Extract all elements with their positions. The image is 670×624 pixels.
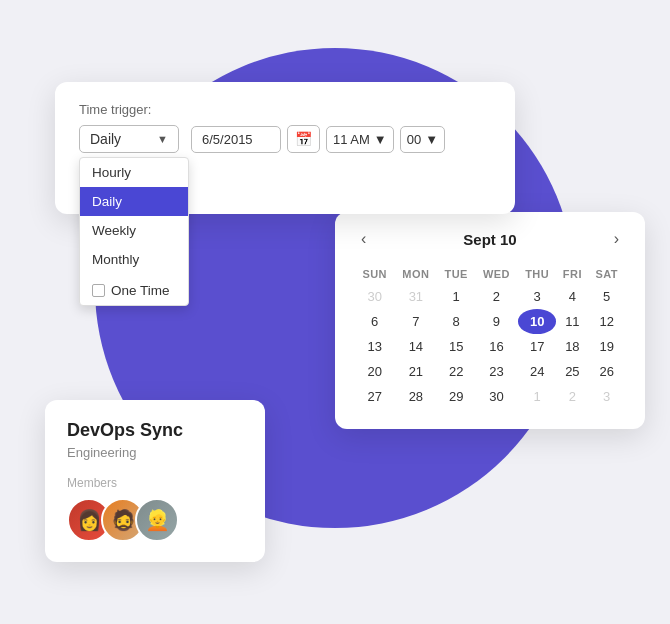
avatar-3: 👱 — [135, 498, 179, 542]
calendar-day[interactable]: 29 — [437, 384, 475, 409]
trigger-dropdown-menu: Hourly Daily Weekly Monthly One Time — [79, 157, 189, 306]
calendar-day[interactable]: 24 — [518, 359, 557, 384]
time-minute-arrow: ▼ — [425, 132, 438, 147]
scene: Time trigger: Daily ▼ Hourly Daily Weekl… — [25, 22, 645, 602]
calendar-day[interactable]: 30 — [355, 284, 394, 309]
calendar-day[interactable]: 14 — [394, 334, 437, 359]
calendar-day[interactable]: 23 — [475, 359, 518, 384]
date-input[interactable] — [191, 126, 281, 153]
trigger-select[interactable]: Daily ▼ — [79, 125, 179, 153]
calendar-next-button[interactable]: › — [608, 228, 625, 250]
calendar-day[interactable]: 25 — [556, 359, 588, 384]
calendar-day[interactable]: 30 — [475, 384, 518, 409]
time-minute-select[interactable]: 00 ▼ — [400, 126, 445, 153]
trigger-select-value: Daily — [90, 131, 121, 147]
calendar-day[interactable]: 6 — [355, 309, 394, 334]
calendar-day[interactable]: 22 — [437, 359, 475, 384]
time-hour-value: 11 AM — [333, 132, 370, 147]
calendar-day[interactable]: 11 — [556, 309, 588, 334]
calendar-day[interactable]: 12 — [588, 309, 625, 334]
calendar-header: ‹ Sept 10 › — [355, 228, 625, 250]
calendar-day[interactable]: 1 — [518, 384, 557, 409]
option-daily[interactable]: Daily — [80, 187, 188, 216]
calendar-day[interactable]: 27 — [355, 384, 394, 409]
calendar-day[interactable]: 9 — [475, 309, 518, 334]
option-weekly[interactable]: Weekly — [80, 216, 188, 245]
devops-title: DevOps Sync — [67, 420, 243, 441]
devops-card: DevOps Sync Engineering Members 👩 🧔 👱 — [45, 400, 265, 562]
weekday-sun: SUN — [355, 264, 394, 284]
calendar-day[interactable]: 17 — [518, 334, 557, 359]
weekday-tue: TUE — [437, 264, 475, 284]
time-trigger-card: Time trigger: Daily ▼ Hourly Daily Weekl… — [55, 82, 515, 214]
onetime-checkbox[interactable] — [92, 284, 105, 297]
calendar-day[interactable]: 2 — [556, 384, 588, 409]
members-label: Members — [67, 476, 243, 490]
calendar-day[interactable]: 3 — [588, 384, 625, 409]
trigger-row: Daily ▼ Hourly Daily Weekly Monthly One … — [79, 125, 491, 153]
time-hour-arrow: ▼ — [374, 132, 387, 147]
avatar-face-3: 👱 — [145, 508, 170, 532]
calendar-day[interactable]: 16 — [475, 334, 518, 359]
weekday-thu: THU — [518, 264, 557, 284]
calendar-title: Sept 10 — [463, 231, 516, 248]
calendar-day[interactable]: 4 — [556, 284, 588, 309]
option-onetime[interactable]: One Time — [111, 283, 170, 298]
time-minute-value: 00 — [407, 132, 421, 147]
avatar-face-2: 🧔 — [111, 508, 136, 532]
calendar-day[interactable]: 31 — [394, 284, 437, 309]
avatar-face-1: 👩 — [77, 508, 102, 532]
calendar-day[interactable]: 26 — [588, 359, 625, 384]
calendar-day[interactable]: 18 — [556, 334, 588, 359]
weekday-sat: SAT — [588, 264, 625, 284]
calendar-day[interactable]: 7 — [394, 309, 437, 334]
weekday-fri: FRI — [556, 264, 588, 284]
devops-subtitle: Engineering — [67, 445, 243, 460]
calendar-day[interactable]: 2 — [475, 284, 518, 309]
date-row: 📅 11 AM ▼ 00 ▼ — [191, 125, 445, 153]
time-trigger-label: Time trigger: — [79, 102, 491, 117]
calendar-grid: SUN MON TUE WED THU FRI SAT 303112345678… — [355, 264, 625, 409]
calendar-card: ‹ Sept 10 › SUN MON TUE WED THU FRI SAT … — [335, 212, 645, 429]
avatars-group: 👩 🧔 👱 — [67, 498, 243, 542]
calendar-prev-button[interactable]: ‹ — [355, 228, 372, 250]
calendar-day[interactable]: 28 — [394, 384, 437, 409]
calendar-day[interactable]: 20 — [355, 359, 394, 384]
calendar-day[interactable]: 15 — [437, 334, 475, 359]
chevron-down-icon: ▼ — [157, 133, 168, 145]
weekday-wed: WED — [475, 264, 518, 284]
calendar-day[interactable]: 8 — [437, 309, 475, 334]
calendar-icon-button[interactable]: 📅 — [287, 125, 320, 153]
weekday-mon: MON — [394, 264, 437, 284]
trigger-dropdown-wrapper: Daily ▼ Hourly Daily Weekly Monthly One … — [79, 125, 179, 153]
time-hour-select[interactable]: 11 AM ▼ — [326, 126, 394, 153]
calendar-day[interactable]: 1 — [437, 284, 475, 309]
option-monthly[interactable]: Monthly — [80, 245, 188, 274]
calendar-day[interactable]: 10 — [518, 309, 557, 334]
option-hourly[interactable]: Hourly — [80, 158, 188, 187]
calendar-day[interactable]: 5 — [588, 284, 625, 309]
calendar-day[interactable]: 21 — [394, 359, 437, 384]
calendar-day[interactable]: 19 — [588, 334, 625, 359]
option-onetime-row: One Time — [80, 276, 188, 305]
calendar-day[interactable]: 3 — [518, 284, 557, 309]
calendar-day[interactable]: 13 — [355, 334, 394, 359]
